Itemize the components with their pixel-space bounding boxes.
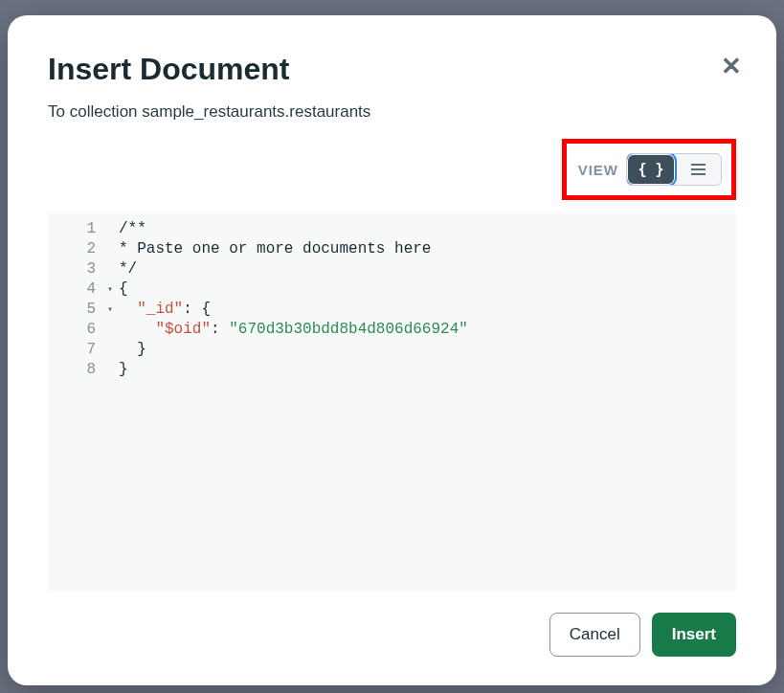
close-icon: ✕ — [721, 52, 742, 80]
modal-subtitle: To collection sample_restaurants.restaur… — [48, 102, 736, 122]
modal-title: Insert Document — [48, 52, 736, 87]
line-number: 7 — [48, 340, 101, 360]
code-content: "$oid": "670d3b30bdd8b4d806d66924" — [119, 320, 468, 340]
code-content: * Paste one or more documents here — [119, 239, 431, 259]
code-content: /** — [119, 219, 146, 239]
code-line[interactable]: 3*/ — [48, 259, 736, 279]
code-content: { — [119, 279, 128, 300]
line-number: 5 — [48, 300, 101, 320]
view-toggle-group: { } — [626, 153, 722, 186]
list-icon — [691, 164, 706, 175]
code-line[interactable]: 8} — [48, 360, 736, 380]
view-toggle-highlight: VIEW { } — [562, 139, 736, 200]
code-line[interactable]: 1/** — [48, 219, 736, 239]
json-view-toggle[interactable]: { } — [628, 155, 674, 184]
line-number: 4 — [48, 279, 101, 300]
code-line[interactable]: 2* Paste one or more documents here — [48, 239, 736, 259]
line-number: 3 — [48, 259, 101, 279]
view-label: VIEW — [578, 162, 618, 178]
fold-toggle[interactable]: ▾ — [101, 279, 119, 300]
code-line[interactable]: 4▾{ — [48, 279, 736, 300]
line-number: 6 — [48, 320, 101, 340]
code-editor[interactable]: 1/**2* Paste one or more documents here3… — [48, 213, 736, 592]
code-line[interactable]: 5▾ "_id": { — [48, 300, 736, 320]
insert-document-modal: ✕ Insert Document To collection sample_r… — [8, 15, 776, 685]
close-button[interactable]: ✕ — [721, 54, 742, 78]
code-content: } — [119, 340, 146, 360]
line-number: 8 — [48, 360, 101, 380]
list-view-toggle[interactable] — [675, 155, 721, 184]
code-line[interactable]: 6 "$oid": "670d3b30bdd8b4d806d66924" — [48, 320, 736, 340]
modal-footer: Cancel Insert — [48, 613, 736, 657]
line-number: 1 — [48, 219, 101, 239]
view-toggle-row: VIEW { } — [48, 133, 736, 206]
line-number: 2 — [48, 239, 101, 259]
code-content: } — [119, 360, 128, 380]
insert-button[interactable]: Insert — [652, 613, 736, 657]
cancel-button[interactable]: Cancel — [549, 613, 640, 657]
code-line[interactable]: 7 } — [48, 340, 736, 360]
code-content: */ — [119, 259, 137, 279]
code-content: "_id": { — [119, 300, 211, 320]
braces-icon: { } — [638, 161, 663, 178]
fold-toggle[interactable]: ▾ — [101, 300, 119, 320]
